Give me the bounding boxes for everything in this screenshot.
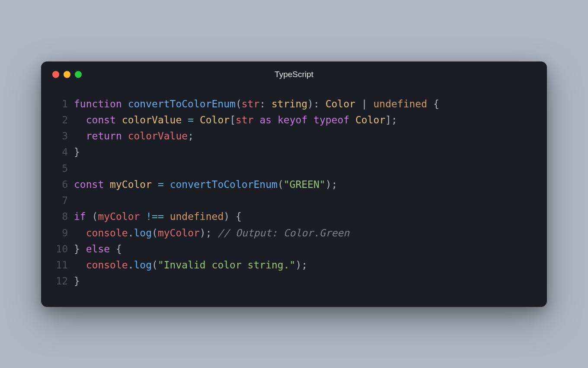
token: ( xyxy=(278,179,284,190)
code-line[interactable]: 2 const colorValue = Color[str as keyof … xyxy=(54,112,534,128)
token: colorValue xyxy=(128,130,188,142)
code-editor[interactable]: 1function convertToColorEnum(str: string… xyxy=(41,87,547,294)
maximize-icon[interactable] xyxy=(75,71,82,78)
code-content[interactable]: } else { xyxy=(74,241,122,257)
code-content[interactable]: function convertToColorEnum(str: string)… xyxy=(74,96,439,112)
token: undefined xyxy=(170,211,224,222)
token: const xyxy=(86,114,116,126)
minimize-icon[interactable] xyxy=(64,71,70,78)
token: as xyxy=(259,114,272,126)
token: keyof xyxy=(278,114,307,126)
token xyxy=(86,211,92,222)
token: ( xyxy=(92,211,98,222)
token: return xyxy=(86,130,122,142)
code-line[interactable]: 3 return colorValue; xyxy=(54,128,534,144)
line-number: 12 xyxy=(54,273,74,289)
token xyxy=(74,114,86,126)
token: !== xyxy=(146,211,164,222)
token xyxy=(272,114,278,126)
code-line[interactable]: 4} xyxy=(54,144,534,160)
token xyxy=(74,130,86,142)
line-number: 11 xyxy=(54,257,74,273)
code-content[interactable]: console.log("Invalid color string."); xyxy=(74,257,307,273)
token: const xyxy=(74,179,104,190)
token xyxy=(116,114,122,126)
token: convertToColorEnum xyxy=(170,179,278,190)
token: Color xyxy=(355,114,385,126)
token: console xyxy=(86,259,128,271)
close-icon[interactable] xyxy=(52,71,59,78)
token xyxy=(74,227,86,239)
token: ); xyxy=(326,179,338,190)
token: str xyxy=(236,114,254,126)
line-number: 3 xyxy=(54,128,74,144)
code-content[interactable]: const myColor = convertToColorEnum("GREE… xyxy=(74,177,337,193)
token: { xyxy=(427,98,439,110)
token: log xyxy=(134,227,152,239)
token xyxy=(164,211,170,222)
token xyxy=(122,130,128,142)
line-number: 2 xyxy=(54,112,74,128)
token: colorValue xyxy=(122,114,182,126)
code-content[interactable]: console.log(myColor); // Output: Color.G… xyxy=(74,225,349,241)
code-line[interactable]: 8if (myColor !== undefined) { xyxy=(54,209,534,225)
code-content[interactable]: return colorValue; xyxy=(74,128,194,144)
titlebar: TypeScript xyxy=(41,61,547,87)
token: convertToColorEnum xyxy=(128,98,236,110)
token: ]; xyxy=(385,114,397,126)
token: // Output: Color.Green xyxy=(217,227,349,239)
code-content[interactable]: } xyxy=(74,273,80,289)
token: ): xyxy=(307,98,326,110)
token: | xyxy=(355,98,374,110)
code-line[interactable]: 10} else { xyxy=(54,241,534,257)
line-number: 5 xyxy=(54,161,74,177)
token xyxy=(194,114,200,126)
token: ); xyxy=(295,259,307,271)
token: ; xyxy=(188,130,194,142)
code-line[interactable]: 11 console.log("Invalid color string."); xyxy=(54,257,534,273)
line-number: 7 xyxy=(54,193,74,209)
code-content[interactable]: const colorValue = Color[str as keyof ty… xyxy=(74,112,397,128)
line-number: 8 xyxy=(54,209,74,225)
code-line[interactable]: 6const myColor = convertToColorEnum("GRE… xyxy=(54,177,534,193)
token: string xyxy=(272,98,307,110)
code-line[interactable]: 1function convertToColorEnum(str: string… xyxy=(54,96,534,112)
token: log xyxy=(134,259,152,271)
code-content[interactable]: if (myColor !== undefined) { xyxy=(74,209,242,225)
token: = xyxy=(188,114,194,126)
line-number: 9 xyxy=(54,225,74,241)
token: . xyxy=(128,227,134,239)
token: } xyxy=(74,243,86,255)
token: Color xyxy=(326,98,355,110)
token: "GREEN" xyxy=(284,179,326,190)
token: str xyxy=(242,98,260,110)
code-window: TypeScript 1function convertToColorEnum(… xyxy=(41,61,547,307)
token: function xyxy=(74,98,122,110)
code-content[interactable]: } xyxy=(74,144,80,160)
window-title: TypeScript xyxy=(41,70,547,79)
code-line[interactable]: 9 console.log(myColor); // Output: Color… xyxy=(54,225,534,241)
token xyxy=(122,98,128,110)
token: } xyxy=(74,146,80,158)
line-number: 10 xyxy=(54,241,74,257)
code-line[interactable]: 7 xyxy=(54,193,534,209)
token: ); xyxy=(200,227,218,239)
token: ) { xyxy=(224,211,242,222)
token: ( xyxy=(152,227,158,239)
line-number: 1 xyxy=(54,96,74,112)
token: [ xyxy=(230,114,236,126)
token xyxy=(307,114,313,126)
token: else xyxy=(86,243,110,255)
token xyxy=(164,179,170,190)
code-line[interactable]: 12} xyxy=(54,273,534,289)
token: : xyxy=(259,98,272,110)
token: ( xyxy=(152,259,158,271)
token: { xyxy=(110,243,122,255)
token xyxy=(349,114,355,126)
token: "Invalid color string." xyxy=(158,259,296,271)
token: typeof xyxy=(313,114,349,126)
token xyxy=(104,179,110,190)
line-number: 4 xyxy=(54,144,74,160)
token: . xyxy=(128,259,134,271)
code-line[interactable]: 5 xyxy=(54,161,534,177)
